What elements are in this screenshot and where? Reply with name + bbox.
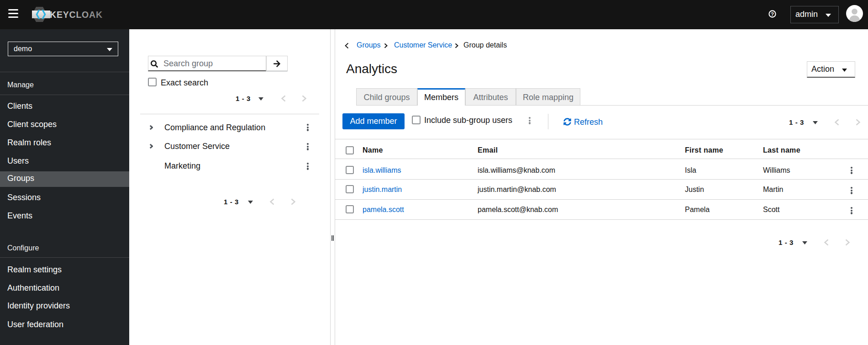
- svg-text:?: ?: [771, 11, 774, 17]
- svg-text:KEYCLOAK: KEYCLOAK: [50, 10, 103, 20]
